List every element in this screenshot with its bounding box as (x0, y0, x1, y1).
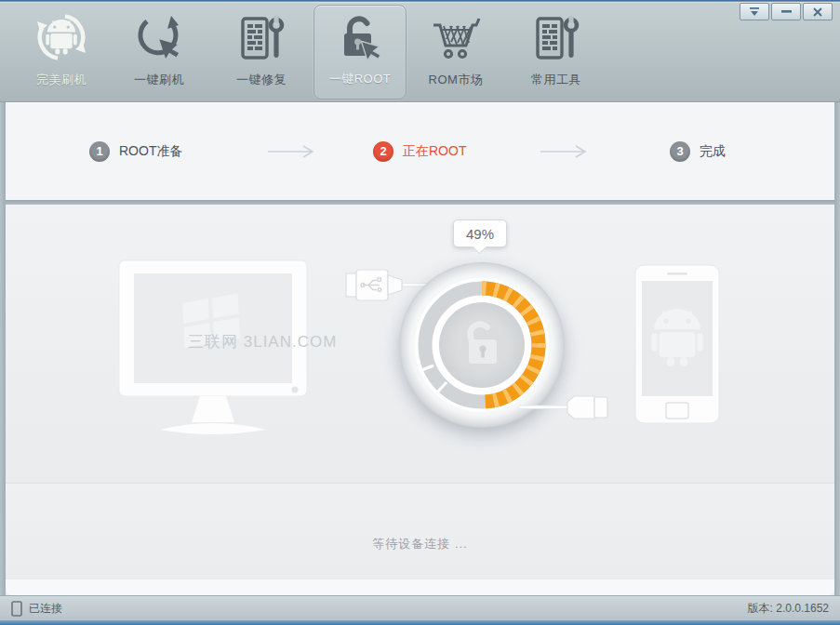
toolbar-item-tools[interactable]: 常用工具 (510, 5, 603, 100)
step-rooting: 2 正在ROOT (373, 102, 466, 200)
step-arrow-icon (539, 102, 593, 200)
toolbar-item-label: 一键修复 (215, 72, 308, 88)
step-label: 完成 (700, 143, 726, 160)
toolbar-item-label: 完美刷机 (15, 72, 108, 88)
stage: 三联网 3LIAN.COM (6, 205, 834, 483)
device-status-icon (11, 601, 22, 617)
toolbar-item-label: ROM市场 (409, 72, 502, 88)
usb-cable-icon (519, 392, 616, 422)
step-indicator-bar: 1 ROOT准备 2 正在ROOT 3 完成 (6, 102, 834, 200)
minimize-button[interactable] (771, 3, 801, 20)
step-label: ROOT准备 (119, 143, 182, 160)
toolbar-item-rom[interactable]: ROM市场 (409, 5, 502, 100)
step-number-badge: 1 (89, 141, 110, 162)
connection-status-text: 已连接 (29, 601, 62, 617)
step-number-badge: 2 (373, 141, 393, 162)
waiting-hint-text: 等待设备连接 ... (6, 484, 834, 552)
content-area: 1 ROOT准备 2 正在ROOT 3 完成 (6, 102, 834, 595)
step-label: 正在ROOT (403, 143, 466, 160)
close-button[interactable] (803, 3, 833, 20)
skin-menu-button[interactable] (740, 3, 769, 20)
status-bar: 已连接 版本: 2.0.0.1652 (0, 595, 840, 620)
toolbar-item-logo[interactable]: 完美刷机 (15, 5, 108, 100)
window-right-border (834, 102, 840, 595)
phone-wrench-icon (215, 10, 308, 68)
step-finish: 3 完成 (670, 102, 726, 200)
monitor-power-led (292, 387, 299, 393)
main-toolbar: 完美刷机 一键刷机 (0, 2, 840, 102)
device-tools-icon (510, 10, 603, 68)
toolbar-item-repair[interactable]: 一键修复 (215, 5, 308, 100)
app-logo-icon (15, 10, 108, 68)
smartphone-illustration (628, 262, 727, 430)
step-arrow-icon (266, 102, 320, 200)
version-text: 版本: 2.0.0.1652 (748, 601, 829, 617)
toolbar-item-label: 常用工具 (510, 72, 603, 88)
window-controls (740, 3, 833, 20)
step-number-badge: 3 (670, 141, 690, 162)
progress-percent-tooltip: 49% (453, 219, 507, 247)
toolbar-item-label: 一键ROOT (314, 71, 406, 87)
shopping-cart-icon (409, 10, 502, 68)
content-bottom-strip (6, 578, 834, 595)
toolbar-item-root[interactable]: 一键ROOT (313, 5, 407, 100)
refresh-hand-icon (113, 10, 206, 68)
toolbar-item-flash[interactable]: 一键刷机 (113, 5, 206, 100)
lock-hand-icon (314, 11, 406, 69)
window-bottom-edge (0, 620, 840, 625)
progress-percent-value: 49% (466, 226, 494, 242)
step-root-prepare: 1 ROOT准备 (89, 102, 182, 200)
toolbar-item-label: 一键刷机 (113, 72, 206, 88)
watermark-text: 三联网 3LIAN.COM (188, 331, 337, 352)
hint-panel: 等待设备连接 ... (6, 483, 834, 578)
app-window: 完美刷机 一键刷机 (0, 0, 840, 625)
